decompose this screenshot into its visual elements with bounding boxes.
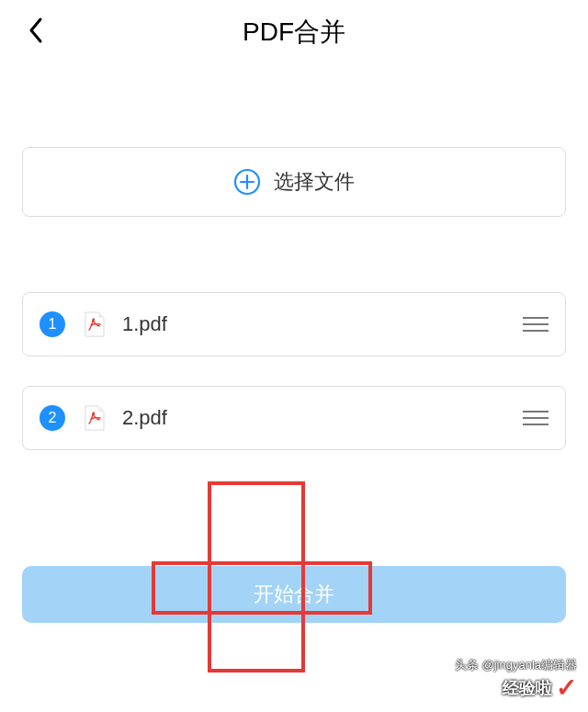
drag-handle-icon[interactable] [523, 409, 548, 427]
back-icon[interactable] [28, 17, 44, 48]
start-merge-button[interactable]: 开始合并 [22, 566, 566, 623]
page-title: PDF合并 [18, 15, 570, 50]
start-merge-label: 开始合并 [254, 581, 334, 608]
watermark-small-text: 头条 @jingyanla编辑器 [455, 657, 577, 673]
drag-handle-icon[interactable] [523, 315, 548, 333]
file-name: 1.pdf [122, 312, 523, 336]
item-number-badge: 1 [40, 311, 65, 337]
plus-circle-icon [233, 168, 261, 196]
watermark: 经验啦 ✓ [503, 672, 577, 703]
list-item[interactable]: 2 2.pdf [22, 386, 566, 450]
check-icon: ✓ [556, 672, 577, 703]
pdf-icon [84, 405, 106, 431]
item-number-badge: 2 [40, 405, 65, 431]
watermark-text: 经验啦 [503, 677, 552, 699]
select-file-label: 选择文件 [274, 168, 355, 196]
select-file-button[interactable]: 选择文件 [22, 147, 566, 217]
list-item[interactable]: 1 1.pdf [22, 292, 566, 356]
file-name: 2.pdf [122, 406, 523, 430]
header: PDF合并 [0, 0, 588, 64]
pdf-icon [84, 311, 106, 337]
content: 选择文件 1 1.pdf 2 [0, 147, 588, 450]
file-list: 1 1.pdf 2 [22, 292, 566, 450]
